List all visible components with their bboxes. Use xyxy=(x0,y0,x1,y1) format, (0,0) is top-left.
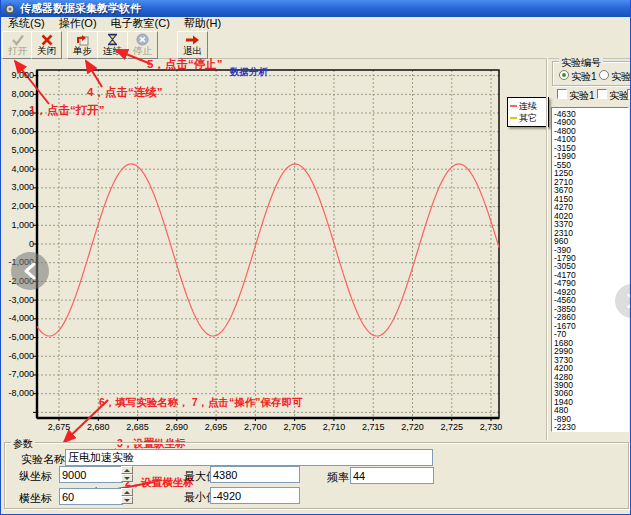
experiment-checkbox-3[interactable] xyxy=(627,89,631,99)
experiment-name-label: 实验名称 xyxy=(21,452,65,467)
y-axis-label: -5,000 xyxy=(1,333,34,342)
toolbar-button-label: 连续 xyxy=(103,46,122,56)
toolbar-button-label: 关闭 xyxy=(37,46,56,56)
frequency-label: 频率 xyxy=(327,470,349,485)
y-axis-label: -8,000 xyxy=(1,389,34,398)
annotation-arrow xyxy=(86,61,102,87)
y-coordinate-label: 纵坐标 xyxy=(19,469,52,484)
x-axis-label: 2,730 xyxy=(476,422,506,432)
x-axis-label: 2,680 xyxy=(83,422,113,432)
annotation-step5: 5，点击“停止” xyxy=(147,57,222,72)
x-axis-label: 2,705 xyxy=(280,422,310,432)
experiment-name-input[interactable] xyxy=(65,449,433,466)
y-axis-label: 6,000 xyxy=(1,127,34,136)
min-value-input[interactable] xyxy=(210,487,300,504)
open-button: 打开 xyxy=(2,31,33,59)
x-axis-label: 2,700 xyxy=(240,422,270,432)
radio-dot xyxy=(562,73,566,77)
frequency-input[interactable] xyxy=(350,467,434,484)
panel-divider xyxy=(546,58,548,440)
menu-item-system[interactable]: 系统(S) xyxy=(1,16,52,31)
y-axis-label: -7,000 xyxy=(1,370,34,379)
spinner-down-icon[interactable] xyxy=(121,474,133,482)
x-coordinate-spinner[interactable] xyxy=(121,488,133,505)
list-item[interactable]: -2230 xyxy=(554,423,628,431)
y-axis-label: 5,000 xyxy=(1,146,34,155)
close-button[interactable]: 关闭 xyxy=(31,31,62,59)
toolbar-button-label: 打开 xyxy=(8,46,27,56)
radio-label: 实验2 xyxy=(611,70,631,84)
legend-item-other: 其它 xyxy=(510,112,546,124)
legend-label: 其它 xyxy=(519,112,537,124)
legend-swatch-yellow xyxy=(510,117,517,119)
y-axis-label: 4,000 xyxy=(1,165,34,174)
checkbox-label: 实验1 xyxy=(569,89,595,103)
chart-legend: 连续 其它 xyxy=(507,97,549,127)
x-axis-label: 2,715 xyxy=(358,422,388,432)
title-bar: 传感器数据采集教学软件 xyxy=(1,0,631,17)
sample-value-list[interactable]: -4630-4900-4800-4100-3150-1990-550125027… xyxy=(551,107,629,432)
x-coordinate-input[interactable] xyxy=(59,488,123,505)
application-window: 传感器数据采集教学软件 系统(S) 操作(O) 电子教室(C) 帮助(H) 打开… xyxy=(0,0,631,515)
plot-border xyxy=(37,70,499,418)
annotation-step1: 1，点击“打开” xyxy=(29,103,104,118)
x-axis-label: 2,725 xyxy=(437,422,467,432)
x-axis-label: 2,675 xyxy=(44,422,74,432)
legend-label: 连续 xyxy=(519,100,537,112)
step-button[interactable]: 单步 xyxy=(67,31,98,59)
x-axis-label: 2,690 xyxy=(162,422,192,432)
experiment-radio-1[interactable] xyxy=(559,70,569,80)
chart-canvas xyxy=(1,0,631,515)
legend-item-continuous: 连续 xyxy=(510,100,546,112)
y-axis-label: 1,000 xyxy=(1,221,34,230)
experiment-number-title: 实验编号 xyxy=(559,56,603,70)
window-title: 传感器数据采集教学软件 xyxy=(20,1,141,16)
menu-item-eclassroom[interactable]: 电子教室(C) xyxy=(104,16,177,31)
experiment-checkbox-1[interactable] xyxy=(557,89,567,99)
experiment-radio-2[interactable] xyxy=(599,70,609,80)
waveform-line xyxy=(37,164,499,336)
y-axis-label: 9,000 xyxy=(1,71,34,80)
y-axis-label: -4,000 xyxy=(1,314,34,323)
x-axis-label: 2,685 xyxy=(123,422,153,432)
radio-label: 实验1 xyxy=(571,70,597,84)
x-coordinate-label: 横坐标 xyxy=(19,491,52,506)
x-axis-label: 2,720 xyxy=(397,422,427,432)
legend-swatch-red xyxy=(510,105,517,107)
stop-button: 停止 xyxy=(127,31,158,59)
y-axis-label: 0 xyxy=(1,240,34,249)
toolbar-button-label: 停止 xyxy=(133,46,152,56)
continuous-button[interactable]: 连续 xyxy=(97,31,128,59)
menu-item-operation[interactable]: 操作(O) xyxy=(52,16,104,31)
y-axis-label: -3,000 xyxy=(1,296,34,305)
y-coordinate-input[interactable] xyxy=(59,466,123,483)
y-axis-label: 2,000 xyxy=(1,202,34,211)
y-axis-label: 3,000 xyxy=(1,183,34,192)
toolbar: 打开关闭单步连续停止退出 xyxy=(1,30,631,59)
params-group-title: 参数 xyxy=(11,437,35,451)
experiment-checkbox-2[interactable] xyxy=(597,89,607,99)
y-axis-label: 8,000 xyxy=(1,90,34,99)
max-value-input[interactable] xyxy=(210,466,300,483)
annotation-step6-7: 6，填写实验名称， 7，点击“操作”保存即可 xyxy=(99,396,303,410)
annotation-data-analysis: 数据分析 xyxy=(230,66,268,79)
spinner-down-icon[interactable] xyxy=(121,496,133,504)
menu-bar: 系统(S) 操作(O) 电子教室(C) 帮助(H) xyxy=(1,17,631,31)
y-axis-label: -6,000 xyxy=(1,352,34,361)
toolbar-button-label: 退出 xyxy=(183,46,202,56)
x-axis-label: 2,695 xyxy=(201,422,231,432)
toolbar-button-label: 单步 xyxy=(73,46,92,56)
gear-icon xyxy=(4,3,16,15)
x-axis-label: 2,710 xyxy=(319,422,349,432)
y-coordinate-spinner[interactable] xyxy=(121,466,133,483)
exit-button[interactable]: 退出 xyxy=(177,31,208,59)
spinner-up-icon[interactable] xyxy=(121,488,133,496)
menu-item-help[interactable]: 帮助(H) xyxy=(177,16,228,31)
spinner-up-icon[interactable] xyxy=(121,466,133,474)
annotation-step4: 4，点击“连续” xyxy=(87,85,162,100)
nav-previous-icon[interactable] xyxy=(11,252,49,290)
